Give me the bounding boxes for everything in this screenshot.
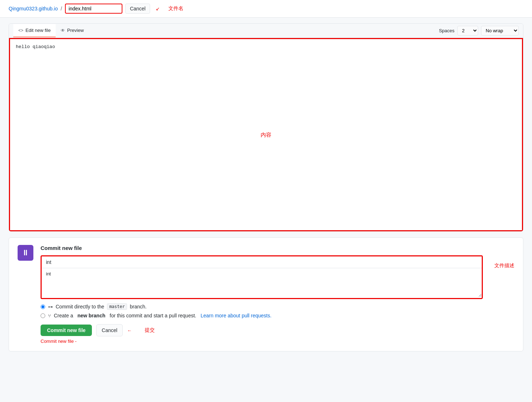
radio-direct-icon: ⊶ <box>48 304 53 309</box>
radio-direct-option[interactable]: ⊶ Commit directly to the master branch. <box>41 303 514 310</box>
cancel-button[interactable]: Cancel <box>96 324 123 336</box>
preview-tab-label: Preview <box>67 28 84 33</box>
file-desc-annotation: 文件描述 <box>494 263 514 268</box>
radio-branch-option[interactable]: ⑂ Create a new branch for this commit an… <box>41 313 514 318</box>
breadcrumb-bar: Qingmu0323.github.io / Cancel ↙ 文件名 <box>0 0 532 18</box>
radio-branch-icon: ⑂ <box>48 313 51 318</box>
commit-annotation-label: Commit new file - <box>41 339 76 344</box>
filename-annotation: 文件名 <box>168 5 183 12</box>
editor-container: <> Edit new file 👁 Preview Spaces 2 4 8 … <box>9 23 523 232</box>
code-icon: <> <box>18 28 23 33</box>
commit-form: Commit new file int 文件描述 ⊶ Commit direct… <box>41 245 514 344</box>
commit-form-title: Commit new file <box>41 245 514 251</box>
radio-group: ⊶ Commit directly to the master branch. … <box>41 303 514 318</box>
filename-input[interactable] <box>65 4 122 14</box>
editor-settings: Spaces 2 4 8 No wrap Soft wrap <box>439 24 519 38</box>
radio-direct-suffix: branch. <box>130 304 147 309</box>
commit-annotation-row: Commit new file - <box>41 339 514 344</box>
radio-branch-label: Create a <box>54 313 73 318</box>
commit-actions: Commit new file Cancel ← 提交 <box>41 324 514 336</box>
radio-branch-bold: new branch <box>78 313 106 318</box>
spaces-label: Spaces <box>439 28 454 33</box>
radio-direct-input[interactable] <box>41 304 45 309</box>
submit-annotation: 提交 <box>145 327 155 334</box>
code-editor[interactable]: hello qiaoqiao <box>10 39 522 229</box>
commit-section: ⏸ Commit new file int 文件描述 ⊶ Commit dire… <box>9 237 523 351</box>
commit-fields-wrap: int <box>41 255 483 299</box>
editor-tabs: <> Edit new file 👁 Preview Spaces 2 4 8 … <box>9 24 523 38</box>
edit-tab-label: Edit new file <box>25 28 51 33</box>
submit-arrow: ← <box>127 328 132 333</box>
breadcrumb-sep: / <box>61 6 62 11</box>
branch-name: master <box>107 303 127 310</box>
filename-annotation-arrow: ↙ <box>156 6 160 11</box>
radio-branch-input[interactable] <box>41 313 45 318</box>
code-editor-wrap: hello qiaoqiao 内容 <box>9 38 523 231</box>
avatar: ⏸ <box>18 245 33 261</box>
tab-preview[interactable]: 👁 Preview <box>56 24 89 37</box>
top-cancel-button[interactable]: Cancel <box>125 4 150 14</box>
wrap-select[interactable]: No wrap Soft wrap <box>481 26 519 36</box>
spaces-select[interactable]: 2 4 8 <box>457 26 478 36</box>
repo-link[interactable]: Qingmu0323.github.io <box>9 6 58 11</box>
radio-branch-suffix: for this commit and start a pull request… <box>110 313 196 318</box>
tab-edit[interactable]: <> Edit new file <box>13 24 56 37</box>
commit-description-textarea[interactable]: int <box>42 268 482 297</box>
eye-icon: 👁 <box>61 28 65 33</box>
learn-link[interactable]: Learn more about pull requests. <box>201 313 272 318</box>
commit-message-input[interactable] <box>42 256 482 268</box>
commit-button[interactable]: Commit new file <box>41 325 92 336</box>
avatar-icon: ⏸ <box>22 248 29 257</box>
radio-direct-label: Commit directly to the <box>56 304 104 309</box>
